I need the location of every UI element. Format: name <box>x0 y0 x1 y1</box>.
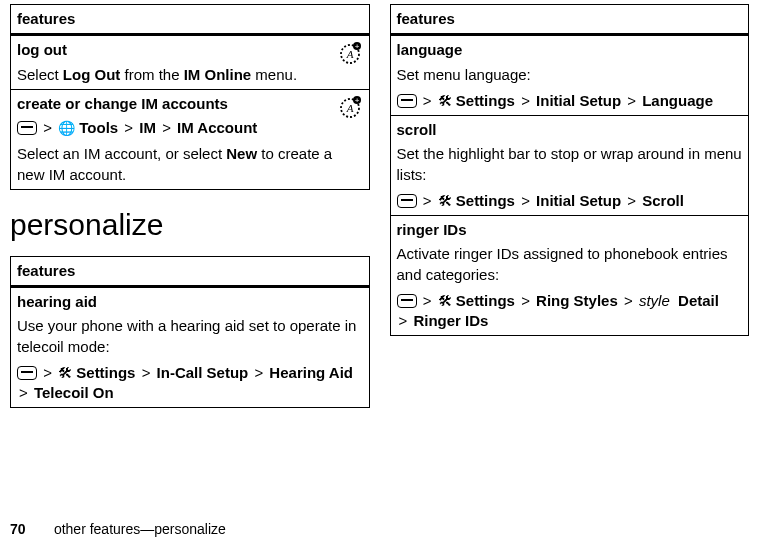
table-header: features <box>11 256 370 286</box>
svg-text:+: + <box>354 42 359 51</box>
menu-key-icon <box>17 366 37 380</box>
svg-text:A: A <box>345 102 353 114</box>
menu-key-icon <box>397 194 417 208</box>
row-ringer-ids: ringer IDs Activate ringer IDs assigned … <box>390 216 749 336</box>
page-footer: 70 other features—personalize <box>10 521 226 537</box>
row-hearing-aid: hearing aid Use your phone with a hearin… <box>11 287 370 408</box>
section-heading-personalize: personalize <box>10 208 370 242</box>
features-table-left-1: features A+ log out Select Log Out from … <box>10 4 370 190</box>
row-text: Select Log Out from the IM Online menu. <box>17 66 297 83</box>
row-log-out: A+ log out Select Log Out from the IM On… <box>11 35 370 90</box>
page-number: 70 <box>10 521 50 537</box>
row-title: language <box>397 40 743 60</box>
row-language: language Set menu language: > 🛠 Settings… <box>390 35 749 116</box>
accessibility-badge-icon: A+ <box>337 40 363 66</box>
menu-key-icon <box>397 94 417 108</box>
row-title: log out <box>17 40 363 60</box>
features-table-left-2: features hearing aid Use your phone with… <box>10 256 370 409</box>
footer-text: other features—personalize <box>54 521 226 537</box>
row-title: ringer IDs <box>397 220 743 240</box>
row-scroll: scroll Set the highlight bar to stop or … <box>390 116 749 216</box>
table-header: features <box>390 5 749 35</box>
settings-icon: 🛠 <box>58 365 72 381</box>
row-title: scroll <box>397 120 743 140</box>
row-text: Select an IM account, or select New to c… <box>17 144 363 185</box>
row-title: hearing aid <box>17 292 363 312</box>
settings-icon: 🛠 <box>438 193 452 209</box>
svg-text:A: A <box>345 48 353 60</box>
row-title: create or change IM accounts <box>17 94 363 114</box>
menu-key-icon <box>397 294 417 308</box>
row-text: Set the highlight bar to stop or wrap ar… <box>397 144 743 185</box>
nav-path: > 🛠 Settings > In-Call Setup > Hearing A… <box>17 363 363 404</box>
nav-path: > 🛠 Settings > Initial Setup > Language <box>397 91 743 111</box>
nav-path: > 🌐 Tools > IM > IM Account <box>17 118 363 138</box>
table-header: features <box>11 5 370 35</box>
accessibility-badge-icon: A+ <box>337 94 363 120</box>
settings-icon: 🛠 <box>438 293 452 309</box>
nav-path: > 🛠 Settings > Initial Setup > Scroll <box>397 191 743 211</box>
menu-key-icon <box>17 121 37 135</box>
row-text: Use your phone with a hearing aid set to… <box>17 316 363 357</box>
settings-icon: 🛠 <box>438 93 452 109</box>
row-text: Activate ringer IDs assigned to phoneboo… <box>397 244 743 285</box>
row-text: Set menu language: <box>397 65 743 85</box>
nav-path: > 🛠 Settings > Ring Styles > style Detai… <box>397 291 743 332</box>
features-table-right: features language Set menu language: > 🛠… <box>390 4 750 336</box>
tools-icon: 🌐 <box>58 120 75 136</box>
svg-text:+: + <box>354 96 359 105</box>
row-create-im: A+ create or change IM accounts > 🌐 Tool… <box>11 89 370 189</box>
